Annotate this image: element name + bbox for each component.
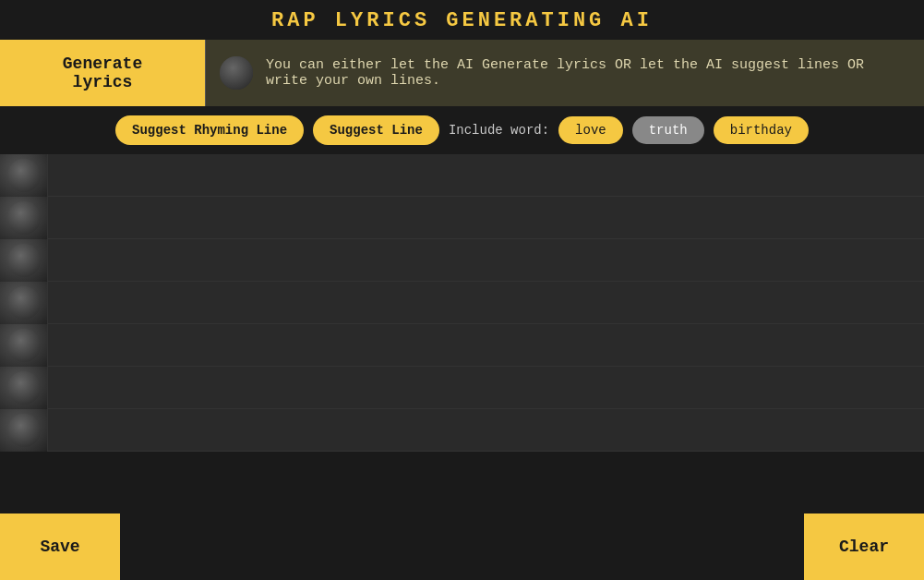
page-title: RAP LYRICS GENERATING AI [0,0,924,40]
top-bar: Generate lyrics You can either let the A… [0,40,924,106]
suggest-rhyming-button[interactable]: Suggest Rhyming Line [115,115,304,145]
hint-mic-icon [220,56,253,90]
word-pill-birthday[interactable]: birthday [714,116,809,144]
lyric-row [0,282,924,324]
controls-bar: Suggest Rhyming Line Suggest Line Includ… [0,106,924,154]
lyrics-area [0,154,924,452]
hint-text: You can either let the AI Generate lyric… [266,57,910,89]
mic-icon-1 [0,154,48,197]
mic-icon-3 [0,239,48,282]
bottom-bar: Save Clear [0,514,924,580]
generate-lyrics-button[interactable]: Generate lyrics [0,40,205,106]
lyric-row [0,197,924,239]
lyric-row [0,324,924,367]
lyric-row [0,239,924,282]
lyric-row [0,409,924,452]
lyric-input-4[interactable] [48,282,924,323]
lyric-input-5[interactable] [48,324,924,366]
clear-button[interactable]: Clear [804,514,924,580]
mic-icon-2 [0,197,48,239]
save-button[interactable]: Save [0,514,120,580]
lyric-input-2[interactable] [48,197,924,238]
mic-icon-7 [0,409,48,452]
word-pill-love[interactable]: love [558,116,623,144]
lyric-input-1[interactable] [48,154,924,196]
lyric-row [0,367,924,409]
include-word-label: Include word: [449,123,549,138]
lyric-input-3[interactable] [48,239,924,281]
lyric-input-6[interactable] [48,367,924,408]
lyric-input-7[interactable] [48,409,924,451]
mic-icon-4 [0,282,48,324]
lyric-row [0,154,924,197]
mic-icon-5 [0,324,48,367]
word-pill-truth[interactable]: truth [632,116,704,144]
hint-bar: You can either let the AI Generate lyric… [205,40,924,106]
suggest-line-button[interactable]: Suggest Line [313,115,439,145]
mic-icon-6 [0,367,48,409]
